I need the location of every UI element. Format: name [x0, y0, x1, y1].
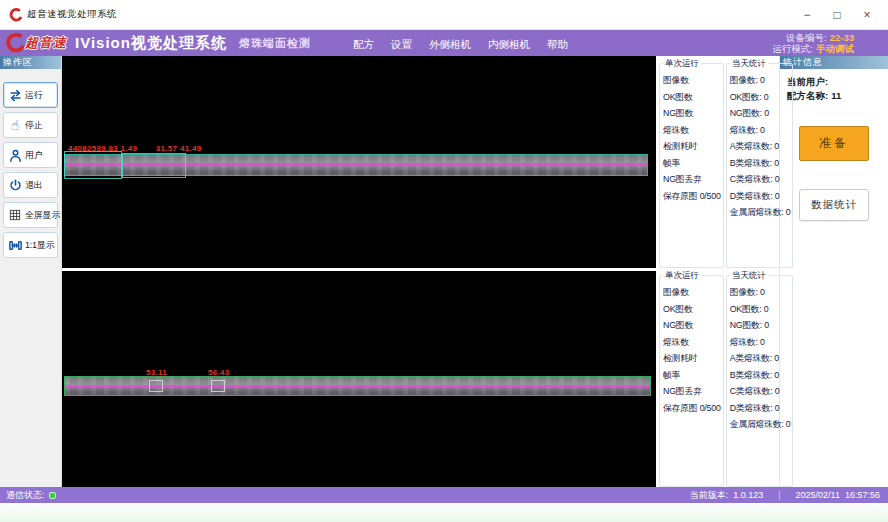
stats-row-top: 单次运行 图像数 OK图数 NG图数 熔珠数 检测耗时 帧率 NG图丢弃 保存原…	[656, 56, 779, 268]
separator: |	[778, 490, 780, 500]
exit-button[interactable]: 退出	[3, 172, 58, 198]
bead-segment-box	[122, 153, 186, 178]
brand-logo: 超音速	[4, 33, 67, 53]
app-logo-icon	[8, 8, 22, 22]
daily-stats-groupbox: 当天统计 图像数: 0 OK图数: 0 NG图数: 0 熔珠数: 0 A类熔珠数…	[726, 275, 794, 487]
stats-row-bottom: 单次运行 图像数 OK图数 NG图数 熔珠数 检测耗时 帧率 NG图丢弃 保存原…	[656, 268, 779, 487]
one-to-one-icon	[7, 237, 23, 253]
camera-view-bottom: 53.11 56.43	[62, 271, 656, 487]
status-date: 2025/02/11	[796, 490, 840, 500]
recipe-name-label: 配方名称:	[787, 90, 828, 101]
status-time: 16:57:56	[845, 490, 880, 500]
comm-status-label: 通信状态:	[6, 489, 45, 502]
device-number-label: 设备编号:	[786, 32, 827, 43]
run-mode-value: 手动调试	[816, 43, 854, 54]
fullscreen-button-label: 全屏显示	[25, 209, 60, 222]
run-mode-label: 运行模式:	[772, 43, 813, 54]
menu-item-inner-camera[interactable]: 内侧相机	[488, 38, 530, 52]
stop-hand-icon: ☝	[7, 117, 23, 133]
power-icon	[7, 177, 23, 193]
user-icon	[7, 147, 23, 163]
statistics-column: 单次运行 图像数 OK图数 NG图数 熔珠数 检测耗时 帧率 NG图丢弃 保存原…	[656, 56, 779, 487]
operation-sidebar: 操作区 运行 ☝ 停止 用户	[0, 56, 62, 487]
window-title: 超音速视觉处理系统	[27, 8, 117, 21]
menu-item-settings[interactable]: 设置	[391, 38, 412, 52]
one-to-one-button-label: 1:1显示	[25, 239, 55, 252]
brand-name: 超音速	[25, 34, 67, 52]
bead-segment-box	[64, 151, 122, 179]
device-info: 设备编号:22-33 运行模式:手动调试	[772, 32, 854, 55]
data-statistics-button[interactable]: 数据统计	[799, 189, 869, 221]
version-label: 当前版本:	[690, 489, 729, 502]
app-subtitle: 熔珠端面检测	[239, 36, 311, 51]
defect-marker-box	[149, 380, 163, 392]
single-run-groupbox: 单次运行 图像数 OK图数 NG图数 熔珠数 检测耗时 帧率 NG图丢弃 保存原…	[659, 63, 724, 268]
stop-button[interactable]: ☝ 停止	[3, 112, 58, 138]
app-header: 超音速 IVision视觉处理系统 熔珠端面检测 配方 设置 外侧相机 内侧相机…	[0, 30, 888, 56]
menu-item-recipe[interactable]: 配方	[353, 38, 374, 52]
version-info: 当前版本: 1.0.123 | 2025/02/11 16:57:56	[690, 489, 880, 502]
titlebar: 超音速视觉处理系统 − □ ×	[0, 0, 888, 30]
fullscreen-button[interactable]: 全屏显示	[3, 202, 58, 228]
fullscreen-icon	[7, 207, 23, 223]
close-button[interactable]: ×	[852, 4, 882, 26]
run-cycle-icon	[7, 87, 23, 103]
user-button-label: 用户	[25, 149, 43, 162]
camera-view-column: 44082539.83 1.49 31.57 41.49 53.11 56.43	[62, 56, 656, 487]
camera-view-top: 44082539.83 1.49 31.57 41.49	[62, 56, 656, 268]
recipe-name-value: 11	[831, 90, 841, 101]
window-controls: − □ ×	[792, 4, 882, 26]
exit-button-label: 退出	[25, 179, 43, 192]
weld-bead-detection-box	[64, 376, 651, 396]
desktop-strip	[0, 503, 888, 522]
minimize-button[interactable]: −	[792, 4, 822, 26]
menu-item-help[interactable]: 帮助	[547, 38, 568, 52]
status-bar: 通信状态: 当前版本: 1.0.123 | 2025/02/11 16:57:5…	[0, 487, 888, 503]
current-user-label: 当前用户:	[787, 76, 828, 87]
user-button[interactable]: 用户	[3, 142, 58, 168]
run-button[interactable]: 运行	[3, 82, 58, 108]
device-number-value: 22-33	[830, 32, 854, 43]
menu-item-outer-camera[interactable]: 外侧相机	[429, 38, 471, 52]
sidebar-title: 操作区	[0, 56, 61, 69]
brand-swirl-icon	[4, 33, 24, 53]
prepare-button[interactable]: 准备	[799, 126, 869, 161]
main-area: 操作区 运行 ☝ 停止 用户	[0, 56, 888, 487]
weld-bead-detection-box	[64, 154, 648, 176]
daily-stats-groupbox: 当天统计 图像数: 0 OK图数: 0 NG图数: 0 熔珠数: 0 A类熔珠数…	[726, 63, 794, 268]
run-button-label: 运行	[25, 89, 43, 102]
stop-button-label: 停止	[25, 119, 43, 132]
version-value: 1.0.123	[733, 490, 763, 500]
app-title: IVision视觉处理系统	[75, 34, 227, 53]
info-panel: 统计信息 当前用户: 配方名称:11 准备 数据统计	[779, 56, 888, 487]
main-menu: 配方 设置 外侧相机 内侧相机 帮助	[353, 38, 568, 56]
app-window: 超音速视觉处理系统 − □ × 超音速 IVision视觉处理系统 熔珠端面检测…	[0, 0, 888, 522]
maximize-button[interactable]: □	[822, 4, 852, 26]
comm-status-led	[49, 492, 56, 499]
defect-marker-box	[211, 380, 225, 392]
info-panel-title: 统计信息	[780, 56, 888, 69]
single-run-groupbox: 单次运行 图像数 OK图数 NG图数 熔珠数 检测耗时 帧率 NG图丢弃 保存原…	[659, 275, 724, 487]
one-to-one-button[interactable]: 1:1显示	[3, 232, 58, 258]
